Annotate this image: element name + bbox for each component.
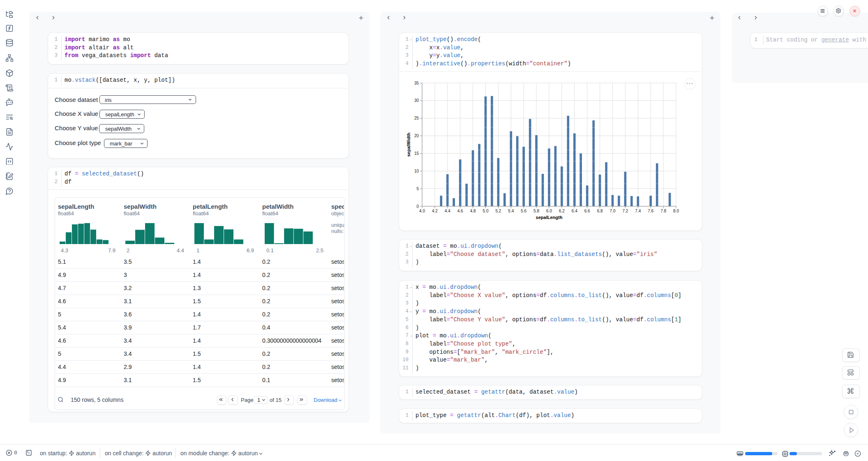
svg-text:5.6: 5.6 (521, 209, 526, 213)
svg-text:10: 10 (414, 169, 419, 173)
svg-text:35: 35 (414, 81, 419, 85)
svg-text:15: 15 (414, 151, 419, 156)
svg-text:5.2: 5.2 (495, 209, 501, 213)
svg-text:7.8: 7.8 (660, 209, 666, 213)
svg-text:6.6: 6.6 (584, 209, 590, 213)
svg-text:6.2: 6.2 (559, 209, 565, 213)
svg-text:6.8: 6.8 (597, 209, 603, 213)
svg-text:20: 20 (414, 134, 419, 138)
svg-text:25: 25 (414, 116, 419, 120)
svg-text:6.0: 6.0 (546, 209, 552, 213)
svg-text:30: 30 (414, 98, 419, 103)
svg-text:4.4: 4.4 (445, 209, 450, 213)
svg-text:6.4: 6.4 (572, 209, 577, 213)
svg-text:7.0: 7.0 (610, 209, 616, 213)
svg-text:5.0: 5.0 (483, 209, 489, 213)
svg-text:sepalWidth: sepalWidth (406, 132, 411, 157)
svg-text:5.4: 5.4 (508, 209, 514, 213)
svg-text:4.2: 4.2 (432, 209, 438, 213)
svg-text:sepalLength: sepalLength (536, 215, 563, 220)
svg-text:4.0: 4.0 (419, 209, 425, 213)
svg-text:4.6: 4.6 (457, 209, 463, 213)
svg-text:0: 0 (416, 204, 419, 209)
svg-text:7.2: 7.2 (622, 209, 628, 213)
svg-text:7.6: 7.6 (648, 209, 653, 213)
svg-text:5.8: 5.8 (533, 209, 539, 213)
svg-text:5: 5 (416, 187, 419, 191)
svg-text:7.4: 7.4 (635, 209, 641, 213)
svg-text:4.8: 4.8 (470, 209, 476, 213)
svg-text:8.0: 8.0 (673, 209, 679, 213)
